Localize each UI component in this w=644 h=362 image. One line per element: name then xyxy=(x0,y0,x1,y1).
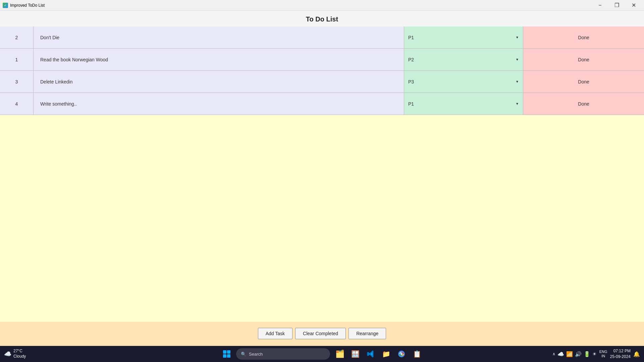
title-bar-left: ✓ Improved ToDo List xyxy=(3,3,45,8)
win-quad-tl xyxy=(223,350,226,354)
table-row: 3Delete LinkedinP1P2P3P4▼Done xyxy=(0,71,644,93)
copilot-button[interactable]: 🪟 xyxy=(348,347,362,361)
win-quad-bl xyxy=(223,354,226,358)
volume-icon: 🔊 xyxy=(575,351,582,357)
done-button[interactable]: Done xyxy=(523,93,644,115)
brightness-icon: ☀ xyxy=(592,351,597,357)
custom-app-icon: 📋 xyxy=(413,350,421,358)
taskbar-center: 🔍 Search 🗂️ 🪟 📁 xyxy=(220,347,424,361)
search-icon: 🔍 xyxy=(241,352,246,357)
language-label: ENG xyxy=(599,350,607,354)
notification-bell-icon[interactable]: 🔔 xyxy=(633,351,640,357)
tray-arrow-icon[interactable]: ∧ xyxy=(552,352,555,356)
file-manager-icon: 📁 xyxy=(382,350,390,358)
start-button[interactable] xyxy=(220,347,233,361)
vscode-button[interactable] xyxy=(364,347,378,361)
app-title: To Do List xyxy=(0,11,644,26)
weather-icon: ☁️ xyxy=(4,350,11,358)
clock: 07:12 PM 25-09-2024 xyxy=(610,348,631,360)
done-button[interactable]: Done xyxy=(523,49,644,70)
priority-select[interactable]: P1P2P3P4 xyxy=(408,57,519,62)
add-task-button[interactable]: Add Task xyxy=(258,328,292,339)
taskbar: ☁️ 27°C Cloudy 🔍 Search 🗂️ xyxy=(0,346,644,362)
windows-logo xyxy=(223,350,230,358)
task-priority-cell[interactable]: P1P2P3P4▼ xyxy=(404,49,523,70)
close-button[interactable]: ✕ xyxy=(626,0,641,11)
cloud-icon: ☁️ xyxy=(557,351,564,357)
weather-temp: 27°C xyxy=(13,349,26,354)
app-title-bar-label: Improved ToDo List xyxy=(10,3,45,8)
svg-point-3 xyxy=(401,353,402,355)
priority-select[interactable]: P1P2P3P4 xyxy=(408,35,519,40)
time-display: 07:12 PM xyxy=(613,348,631,354)
maximize-button[interactable]: ❐ xyxy=(609,0,625,11)
task-priority-cell[interactable]: P1P2P3P4▼ xyxy=(404,26,523,48)
chrome-icon xyxy=(397,350,406,358)
language-indicator: ENG IN xyxy=(599,350,607,358)
taskbar-left: ☁️ 27°C Cloudy xyxy=(4,349,26,359)
app-window: To Do List 2Don't DieP1P2P3P4▼Done1Read … xyxy=(0,11,644,346)
file-explorer-icon: 🗂️ xyxy=(335,350,344,358)
copilot-icon: 🪟 xyxy=(351,350,360,358)
table-row: 4Write something..P1P2P3P4▼Done xyxy=(0,93,644,115)
task-text: Write something.. xyxy=(34,93,404,115)
done-button[interactable]: Done xyxy=(523,26,644,48)
priority-select[interactable]: P1P2P3P4 xyxy=(408,101,519,107)
main-area xyxy=(0,115,644,322)
system-icons: ∧ ☁️ 📶 🔊 🔋 ☀ xyxy=(552,351,597,357)
title-bar-controls: − ❐ ✕ xyxy=(592,0,641,11)
task-text: Delete Linkedin xyxy=(34,71,404,93)
priority-select[interactable]: P1P2P3P4 xyxy=(408,79,519,84)
task-text: Don't Die xyxy=(34,26,404,48)
task-priority-cell[interactable]: P1P2P3P4▼ xyxy=(404,93,523,115)
wifi-icon: 📶 xyxy=(566,351,573,357)
app-icon: ✓ xyxy=(3,3,8,8)
task-list: 2Don't DieP1P2P3P4▼Done1Read the book No… xyxy=(0,26,644,115)
task-number: 2 xyxy=(0,26,34,48)
task-text: Read the book Norwegian Wood xyxy=(34,49,404,70)
task-priority-cell[interactable]: P1P2P3P4▼ xyxy=(404,71,523,93)
search-label: Search xyxy=(249,352,263,357)
minimize-button[interactable]: − xyxy=(592,0,608,11)
search-bar[interactable]: 🔍 Search xyxy=(236,348,330,360)
vscode-icon xyxy=(367,350,374,358)
win-quad-tr xyxy=(227,350,230,354)
weather-widget: ☁️ 27°C Cloudy xyxy=(4,349,26,359)
win-quad-br xyxy=(227,354,230,358)
bottom-buttons: Add Task Clear Completed Rearrange xyxy=(0,322,644,346)
battery-icon: 🔋 xyxy=(584,351,590,357)
file-explorer-button[interactable]: 🗂️ xyxy=(333,347,347,361)
taskbar-apps: 🗂️ 🪟 📁 xyxy=(333,347,424,361)
rearrange-button[interactable]: Rearrange xyxy=(348,328,386,339)
taskbar-right: ∧ ☁️ 📶 🔊 🔋 ☀ ENG IN 07:12 PM 25-09-2024 … xyxy=(552,348,640,360)
chrome-button[interactable] xyxy=(394,347,409,361)
date-display: 25-09-2024 xyxy=(610,354,631,360)
title-bar: ✓ Improved ToDo List − ❐ ✕ xyxy=(0,0,644,11)
file-manager-button[interactable]: 📁 xyxy=(379,347,393,361)
table-row: 1Read the book Norwegian WoodP1P2P3P4▼Do… xyxy=(0,49,644,71)
done-button[interactable]: Done xyxy=(523,71,644,93)
task-number: 3 xyxy=(0,71,34,93)
task-number: 1 xyxy=(0,49,34,70)
weather-condition: Cloudy xyxy=(13,354,26,359)
clear-completed-button[interactable]: Clear Completed xyxy=(295,328,346,339)
custom-app-button[interactable]: 📋 xyxy=(410,347,424,361)
table-row: 2Don't DieP1P2P3P4▼Done xyxy=(0,26,644,49)
task-number: 4 xyxy=(0,93,34,115)
region-label: IN xyxy=(601,354,605,358)
weather-text: 27°C Cloudy xyxy=(13,349,26,359)
